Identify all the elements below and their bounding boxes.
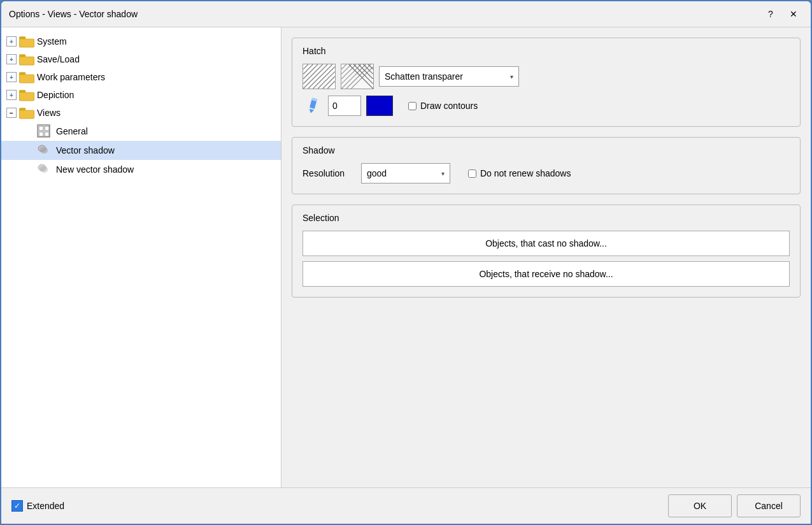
extended-row: ✓ Extended xyxy=(11,500,64,512)
expand-workparams[interactable]: + xyxy=(6,72,17,82)
svg-rect-18 xyxy=(39,132,43,136)
pencil-icon-wrap xyxy=(303,96,323,116)
shadow-title: Shadow xyxy=(303,145,790,155)
do-not-renew-label: Do not renew shadows xyxy=(480,168,571,178)
help-button[interactable]: ? xyxy=(761,6,780,22)
resolution-value: good xyxy=(367,168,387,178)
hatch-number-input[interactable] xyxy=(328,96,361,116)
hatch-section: Hatch xyxy=(292,38,801,127)
svg-point-21 xyxy=(40,147,48,154)
action-buttons: OK Cancel xyxy=(668,494,801,517)
tree-item-saveload[interactable]: + Save/Load xyxy=(1,50,281,68)
expand-depiction[interactable]: + xyxy=(6,90,17,100)
svg-rect-8 xyxy=(20,75,34,83)
hatch-dropdown-arrow: ▾ xyxy=(510,73,513,80)
tree-item-depiction[interactable]: + Depiction xyxy=(1,86,281,104)
tree-item-vectorshadow[interactable]: Vector shadow xyxy=(1,141,281,160)
no-cast-shadow-button[interactable]: Objects, that cast no shadow... xyxy=(303,231,790,256)
hatch-dropdown[interactable]: Schatten transparer ▾ xyxy=(379,66,519,87)
svg-line-29 xyxy=(308,64,332,89)
workparams-label: Work parameters xyxy=(37,72,105,82)
svg-rect-46 xyxy=(341,64,373,89)
saveload-label: Save/Load xyxy=(37,54,80,64)
do-not-renew-checkbox[interactable] xyxy=(468,169,476,178)
hatch-pattern-2[interactable] xyxy=(341,64,374,89)
svg-line-25 xyxy=(303,64,313,74)
svg-rect-2 xyxy=(20,40,34,47)
svg-marker-48 xyxy=(308,109,314,114)
resolution-label: Resolution xyxy=(303,168,353,178)
folder-icon-workparams xyxy=(19,71,34,83)
dialog-title: Options - Views - Vector shadow xyxy=(9,9,138,19)
folder-icon-saveload xyxy=(19,53,34,66)
svg-line-24 xyxy=(303,64,308,69)
vectorshadow-label: Vector shadow xyxy=(56,145,115,155)
general-icon xyxy=(37,124,51,138)
cancel-button[interactable]: Cancel xyxy=(737,494,801,517)
expand-system[interactable]: + xyxy=(6,36,17,47)
draw-contours-row: Draw contours xyxy=(408,101,478,111)
selection-section: Selection Objects, that cast no shadow..… xyxy=(292,205,801,298)
extended-label: Extended xyxy=(27,501,64,511)
color-swatch[interactable] xyxy=(366,96,393,116)
close-button[interactable]: ✕ xyxy=(784,6,803,22)
dialog: Options - Views - Vector shadow ? ✕ + Sy… xyxy=(0,0,812,525)
svg-rect-16 xyxy=(39,126,43,131)
bottom-bar: ✓ Extended OK Cancel xyxy=(1,487,811,524)
hatch-pattern-1[interactable] xyxy=(303,64,336,89)
folder-icon-system xyxy=(19,35,34,48)
svg-line-28 xyxy=(303,64,327,89)
folder-icon-views xyxy=(19,106,34,119)
svg-line-27 xyxy=(303,64,322,83)
tree-panel: + System + Save/Load + xyxy=(1,27,281,487)
hatch-title: Hatch xyxy=(303,46,790,56)
title-bar-controls: ? ✕ xyxy=(761,6,803,22)
svg-rect-14 xyxy=(20,111,34,119)
tree-item-system[interactable]: + System xyxy=(1,32,281,50)
svg-rect-17 xyxy=(45,126,49,131)
shadow-icon xyxy=(37,143,51,157)
draw-contours-label: Draw contours xyxy=(420,101,478,111)
selection-title: Selection xyxy=(303,213,790,223)
resolution-arrow: ▾ xyxy=(441,170,445,177)
pencil-icon[interactable] xyxy=(304,97,322,115)
expand-views[interactable]: − xyxy=(6,108,17,118)
no-receive-shadow-button[interactable]: Objects, that receive no shadow... xyxy=(303,261,790,287)
main-content: + System + Save/Load + xyxy=(1,27,811,487)
svg-rect-11 xyxy=(20,93,34,101)
svg-rect-5 xyxy=(20,57,34,65)
svg-line-30 xyxy=(313,67,335,89)
tree-item-workparams[interactable]: + Work parameters xyxy=(1,68,281,86)
shadow-row: Resolution good ▾ Do not renew shadows xyxy=(303,163,790,183)
title-bar: Options - Views - Vector shadow ? ✕ xyxy=(1,1,811,27)
newshadow-icon xyxy=(37,162,51,176)
folder-icon-depiction xyxy=(19,89,34,101)
resolution-dropdown[interactable]: good ▾ xyxy=(361,163,450,183)
hatch-pattern-row: Schatten transparer ▾ xyxy=(303,64,790,89)
views-label: Views xyxy=(37,108,61,118)
newvectorshadow-label: New vector shadow xyxy=(56,164,134,175)
do-not-renew-row: Do not renew shadows xyxy=(468,168,571,178)
spacer xyxy=(292,308,801,477)
svg-point-23 xyxy=(40,166,48,173)
extended-checkbox[interactable]: ✓ xyxy=(11,500,23,512)
right-panel: Hatch xyxy=(281,27,811,487)
ok-button[interactable]: OK xyxy=(668,494,732,517)
tree-item-views[interactable]: − Views xyxy=(1,104,281,122)
svg-line-31 xyxy=(318,71,335,89)
hatch-dropdown-value: Schatten transparer xyxy=(385,71,463,82)
expand-saveload[interactable]: + xyxy=(6,54,17,64)
system-label: System xyxy=(37,36,67,47)
draw-contours-checkbox[interactable] xyxy=(408,102,417,110)
tree-item-general[interactable]: General xyxy=(1,122,281,141)
depiction-label: Depiction xyxy=(37,90,74,100)
shadow-section: Shadow Resolution good ▾ Do not renew sh… xyxy=(292,137,801,194)
general-label: General xyxy=(56,126,88,136)
tree-item-newvectorshadow[interactable]: New vector shadow xyxy=(1,160,281,179)
svg-rect-19 xyxy=(45,132,49,136)
hatch-color-row: Draw contours xyxy=(303,96,790,116)
